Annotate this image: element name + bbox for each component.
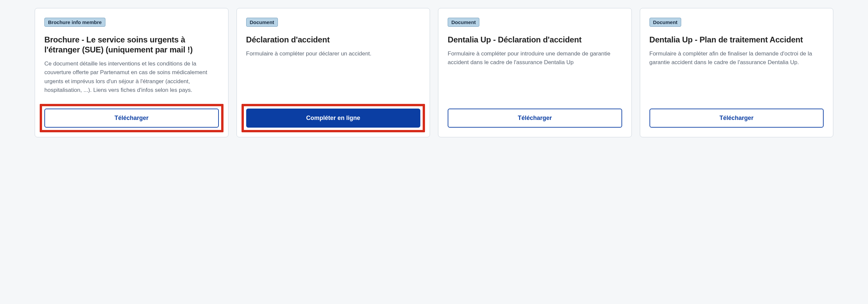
chip-brochure-info-membre: Brochure info membre (44, 18, 105, 27)
card-declaration-accident: Document Déclaration d'accident Formulai… (237, 8, 430, 137)
card-description: Formulaire à compléter pour introduire u… (448, 50, 622, 67)
cards-row: Brochure info membre Brochure - Le servi… (0, 0, 868, 151)
highlight-box: Télécharger (40, 104, 223, 132)
card-brochure-sue: Brochure info membre Brochure - Le servi… (35, 8, 228, 137)
download-button[interactable]: Télécharger (448, 109, 622, 128)
button-wrap: Télécharger (448, 109, 622, 128)
card-description: Formulaire à compléter pour déclarer un … (246, 50, 421, 58)
card-title: Déclaration d'accident (246, 35, 421, 45)
chip-document: Document (246, 18, 278, 27)
card-dentalia-declaration: Document Dentalia Up - Déclaration d'acc… (438, 8, 632, 137)
complete-online-button[interactable]: Compléter en ligne (246, 109, 421, 128)
button-wrap: Télécharger (650, 109, 824, 128)
chip-document: Document (650, 18, 681, 27)
highlight-box: Compléter en ligne (242, 104, 425, 132)
card-content: Document Dentalia Up - Plan de traitemen… (650, 18, 824, 67)
card-description: Ce document détaille les interventions e… (44, 59, 219, 94)
card-title: Dentalia Up - Déclaration d'accident (448, 35, 622, 45)
card-content: Document Déclaration d'accident Formulai… (246, 18, 421, 58)
card-title: Brochure - Le service soins urgents à l'… (44, 35, 219, 55)
download-button[interactable]: Télécharger (44, 109, 219, 128)
card-description: Formulaire à compléter afin de finaliser… (650, 50, 824, 67)
card-title: Dentalia Up - Plan de traitement Acciden… (650, 35, 824, 45)
download-button[interactable]: Télécharger (650, 109, 824, 128)
card-content: Document Dentalia Up - Déclaration d'acc… (448, 18, 622, 67)
chip-document: Document (448, 18, 479, 27)
card-content: Brochure info membre Brochure - Le servi… (44, 18, 219, 94)
card-dentalia-plan: Document Dentalia Up - Plan de traitemen… (640, 8, 834, 137)
